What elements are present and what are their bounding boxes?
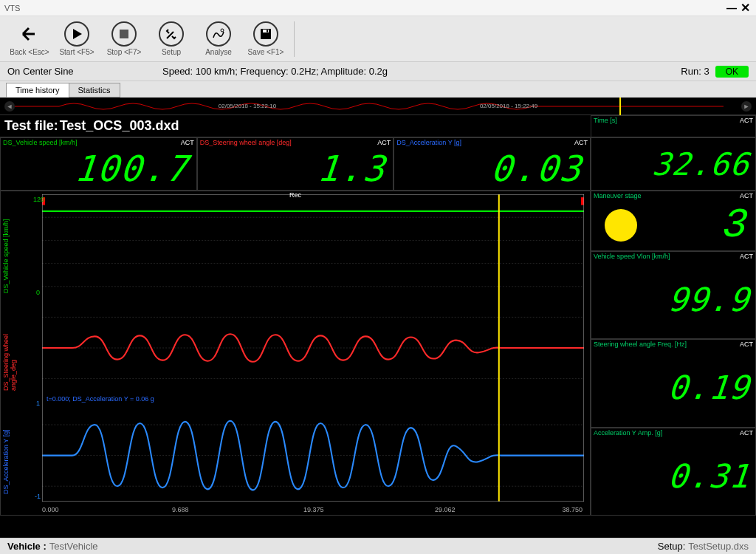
start-button[interactable]: Start <F5> bbox=[53, 21, 100, 56]
svg-point-1 bbox=[221, 29, 224, 32]
side-freq-label: Steering wheel angle Freq. [Hz] bbox=[594, 341, 687, 348]
save-button[interactable]: Save <F1> bbox=[242, 21, 289, 56]
stage-indicator-icon bbox=[605, 209, 637, 242]
readout-steering: DS_Steering wheel angle [deg]ACT 1.3 bbox=[197, 137, 394, 191]
wrench-icon bbox=[159, 21, 184, 47]
tab-statistics[interactable]: Statistics bbox=[69, 83, 120, 98]
side-freq: Steering wheel angle Freq. [Hz]ACT 0.19 bbox=[591, 339, 756, 427]
status-vehicle-label: Vehicle : bbox=[7, 541, 47, 552]
toolbar-separator bbox=[294, 21, 295, 57]
side-stage-label: Maneuver stage bbox=[594, 192, 642, 199]
readout-row: DS_Vehicle speed [km/h]ACT 100.7 DS_Stee… bbox=[0, 137, 591, 191]
overview-ts-left: 02/05/2018 - 15:22:10 bbox=[219, 103, 276, 109]
status-vehicle: TestVehicle bbox=[49, 541, 98, 552]
act-badge: ACT bbox=[740, 253, 753, 260]
ytick-speed-top: 120 bbox=[33, 196, 44, 203]
xtick-4: 38.750 bbox=[562, 506, 583, 513]
ytick-accel-top: 1 bbox=[36, 400, 40, 407]
setup-button[interactable]: Setup bbox=[148, 21, 195, 56]
status-bar: Vehicle : TestVehicle Setup: TestSetup.d… bbox=[0, 538, 756, 554]
side-time: 32.66 bbox=[591, 137, 756, 191]
test-file-row: Test file: Test_OCS_003.dxd bbox=[0, 115, 591, 137]
chart-svg bbox=[42, 194, 584, 502]
analyse-label: Analyse bbox=[195, 48, 242, 56]
readout-accel-label: DS_Acceleration Y [g] bbox=[396, 139, 461, 146]
readout-speed-value: 100.7 bbox=[0, 147, 198, 190]
tab-bar: Time history Statistics bbox=[0, 81, 756, 98]
side-amp-value: 0.31 bbox=[588, 437, 756, 515]
overview-ts-right: 02/05/2018 - 15:22:49 bbox=[480, 103, 537, 109]
back-arrow-icon bbox=[17, 21, 42, 47]
test-params: Speed: 100 km/h; Frequency: 0.2Hz; Ampli… bbox=[140, 66, 681, 77]
stop-icon bbox=[111, 21, 137, 47]
stop-button[interactable]: Stop <F7> bbox=[100, 21, 148, 56]
stop-label: Stop <F7> bbox=[100, 48, 148, 56]
overview-strip[interactable]: ◄ 02/05/2018 - 15:22:10 02/05/2018 - 15:… bbox=[0, 98, 756, 115]
side-amp-label: Acceleration Y Amp. [g] bbox=[594, 429, 662, 437]
readout-speed-label: DS_Vehicle speed [km/h] bbox=[3, 139, 78, 146]
side-vlon-label: Vehicle speed Vlon [km/h] bbox=[594, 253, 670, 260]
rec-label: Rec bbox=[289, 191, 301, 199]
side-vlon-value: 99.9 bbox=[588, 261, 756, 338]
window-titlebar: VTS — ✕ bbox=[0, 0, 756, 16]
test-name: On Center Sine bbox=[7, 66, 140, 77]
side-freq-value: 0.19 bbox=[588, 349, 756, 426]
chart-annotation: t=0.000; DS_Acceleration Y = 0.06 g bbox=[47, 395, 154, 403]
xtick-3: 29.062 bbox=[435, 506, 456, 513]
analyse-icon bbox=[206, 21, 231, 47]
minimize-button[interactable]: — bbox=[725, 2, 738, 14]
side-stage-value: 3 bbox=[721, 202, 750, 249]
act-badge: ACT bbox=[740, 341, 753, 348]
left-column: Test file: Test_OCS_003.dxd DS_Vehicle s… bbox=[0, 115, 591, 516]
side-time-value: 32.66 bbox=[589, 138, 756, 190]
side-amp: Acceleration Y Amp. [g]ACT 0.31 bbox=[591, 428, 756, 516]
start-label: Start <F5> bbox=[53, 48, 100, 56]
tab-time-history[interactable]: Time history bbox=[6, 83, 69, 98]
xtick-1: 9.688 bbox=[172, 506, 189, 513]
right-column: Time [s]ACT 32.66 Maneuver stageACT 3 Ve… bbox=[591, 115, 756, 516]
side-stage: Maneuver stageACT 3 bbox=[591, 191, 756, 251]
setup-label: Setup bbox=[148, 48, 195, 56]
readout-accel: DS_Acceleration Y [g]ACT 0.03 bbox=[394, 137, 591, 191]
status-setup: TestSetup.dxs bbox=[688, 541, 749, 552]
readout-speed: DS_Vehicle speed [km/h]ACT 100.7 bbox=[0, 137, 197, 191]
ytick-speed-bot: 0 bbox=[36, 289, 40, 296]
xtick-0: 0.000 bbox=[42, 506, 59, 513]
window-title: VTS bbox=[4, 4, 725, 13]
act-badge: ACT bbox=[181, 139, 194, 146]
display-area: ◄ 02/05/2018 - 15:22:10 02/05/2018 - 15:… bbox=[0, 98, 756, 538]
readout-steering-value: 1.3 bbox=[196, 147, 395, 190]
run-label: Run: 3 bbox=[681, 66, 709, 77]
back-button[interactable]: Back <Esc> bbox=[6, 21, 53, 56]
ok-button[interactable]: OK bbox=[715, 66, 749, 78]
time-history-chart[interactable]: DS_Vehicle speed [km/h] DS_Steering whee… bbox=[0, 191, 591, 516]
back-label: Back <Esc> bbox=[6, 48, 53, 56]
status-setup-label: Setup: bbox=[658, 541, 686, 552]
analyse-button[interactable]: Analyse bbox=[195, 21, 242, 56]
info-bar: On Center Sine Speed: 100 km/h; Frequenc… bbox=[0, 62, 756, 81]
act-badge: ACT bbox=[740, 192, 753, 199]
overview-wave bbox=[15, 98, 724, 115]
readout-steering-label: DS_Steering wheel angle [deg] bbox=[200, 139, 292, 146]
act-badge: ACT bbox=[574, 139, 588, 146]
ylabel-steering: DS_Steering wheel angle_deg bbox=[2, 302, 17, 391]
ytick-accel-bot: -1 bbox=[35, 493, 41, 500]
overview-left-arrow-icon[interactable]: ◄ bbox=[4, 101, 15, 112]
xtick-2: 19.375 bbox=[303, 506, 324, 513]
play-icon bbox=[64, 21, 89, 47]
test-file-label: Test file: bbox=[4, 118, 58, 134]
close-button[interactable]: ✕ bbox=[738, 1, 752, 15]
act-badge: ACT bbox=[377, 139, 391, 146]
svg-rect-0 bbox=[120, 30, 128, 38]
svg-rect-19 bbox=[581, 197, 584, 205]
save-icon bbox=[253, 21, 278, 47]
side-time-header: Time [s]ACT bbox=[591, 115, 756, 137]
side-vlon: Vehicle speed Vlon [km/h]ACT 99.9 bbox=[591, 251, 756, 339]
act-badge: ACT bbox=[740, 117, 753, 124]
ylabel-accel: DS_Acceleration Y [g] bbox=[2, 406, 10, 494]
overview-right-arrow-icon[interactable]: ► bbox=[741, 101, 752, 112]
toolbar: Back <Esc> Start <F5> Stop <F7> Setup An… bbox=[0, 16, 756, 62]
main-grid: Test file: Test_OCS_003.dxd DS_Vehicle s… bbox=[0, 115, 756, 516]
ylabel-speed: DS_Vehicle speed [km/h] bbox=[2, 205, 10, 293]
readout-accel-value: 0.03 bbox=[393, 147, 592, 190]
